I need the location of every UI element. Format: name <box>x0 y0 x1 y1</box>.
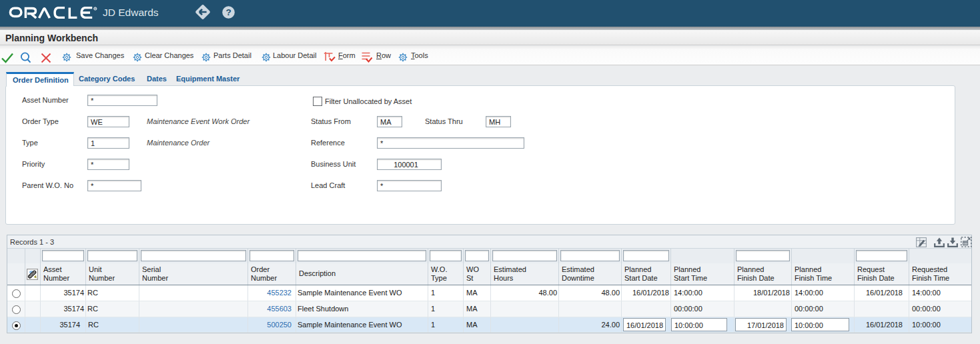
svg-text:?: ? <box>225 7 231 17</box>
